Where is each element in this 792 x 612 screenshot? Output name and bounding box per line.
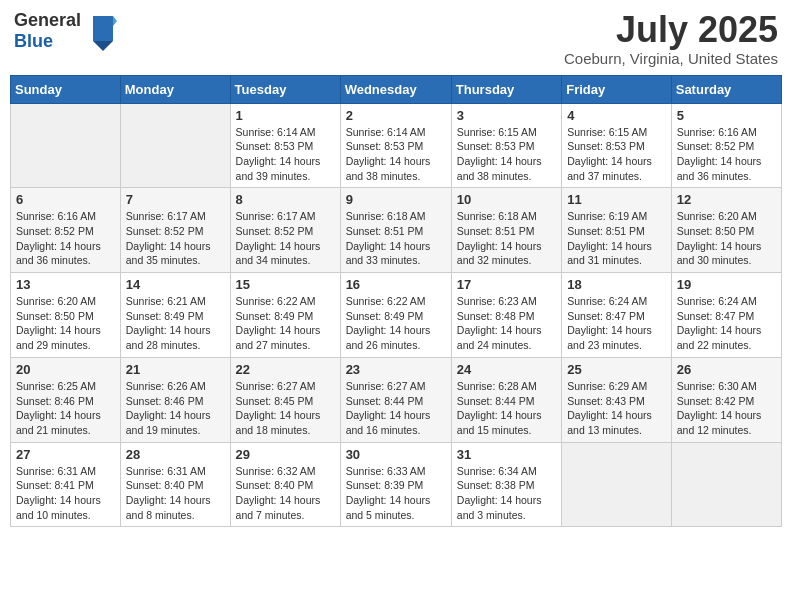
calendar-cell: 10Sunrise: 6:18 AMSunset: 8:51 PMDayligh… xyxy=(451,188,561,273)
cell-info: Sunrise: 6:15 AMSunset: 8:53 PMDaylight:… xyxy=(567,125,666,184)
day-number: 6 xyxy=(16,192,115,207)
calendar-week-row: 20Sunrise: 6:25 AMSunset: 8:46 PMDayligh… xyxy=(11,357,782,442)
calendar-cell: 20Sunrise: 6:25 AMSunset: 8:46 PMDayligh… xyxy=(11,357,121,442)
calendar-cell: 30Sunrise: 6:33 AMSunset: 8:39 PMDayligh… xyxy=(340,442,451,527)
day-number: 3 xyxy=(457,108,556,123)
logo-text: General Blue xyxy=(14,10,81,52)
day-number: 25 xyxy=(567,362,666,377)
day-number: 9 xyxy=(346,192,446,207)
cell-info: Sunrise: 6:34 AMSunset: 8:38 PMDaylight:… xyxy=(457,464,556,523)
weekday-header-row: SundayMondayTuesdayWednesdayThursdayFrid… xyxy=(11,75,782,103)
cell-info: Sunrise: 6:24 AMSunset: 8:47 PMDaylight:… xyxy=(677,294,776,353)
cell-info: Sunrise: 6:22 AMSunset: 8:49 PMDaylight:… xyxy=(346,294,446,353)
calendar-cell xyxy=(11,103,121,188)
weekday-header: Sunday xyxy=(11,75,121,103)
cell-info: Sunrise: 6:28 AMSunset: 8:44 PMDaylight:… xyxy=(457,379,556,438)
logo-icon xyxy=(85,11,117,51)
title-area: July 2025 Coeburn, Virginia, United Stat… xyxy=(564,10,778,67)
weekday-header: Saturday xyxy=(671,75,781,103)
day-number: 7 xyxy=(126,192,225,207)
day-number: 21 xyxy=(126,362,225,377)
cell-info: Sunrise: 6:15 AMSunset: 8:53 PMDaylight:… xyxy=(457,125,556,184)
calendar-cell: 3Sunrise: 6:15 AMSunset: 8:53 PMDaylight… xyxy=(451,103,561,188)
cell-info: Sunrise: 6:27 AMSunset: 8:45 PMDaylight:… xyxy=(236,379,335,438)
calendar-cell: 27Sunrise: 6:31 AMSunset: 8:41 PMDayligh… xyxy=(11,442,121,527)
calendar-cell: 12Sunrise: 6:20 AMSunset: 8:50 PMDayligh… xyxy=(671,188,781,273)
cell-info: Sunrise: 6:31 AMSunset: 8:41 PMDaylight:… xyxy=(16,464,115,523)
day-number: 8 xyxy=(236,192,335,207)
day-number: 31 xyxy=(457,447,556,462)
cell-info: Sunrise: 6:14 AMSunset: 8:53 PMDaylight:… xyxy=(346,125,446,184)
calendar-cell: 23Sunrise: 6:27 AMSunset: 8:44 PMDayligh… xyxy=(340,357,451,442)
cell-info: Sunrise: 6:16 AMSunset: 8:52 PMDaylight:… xyxy=(16,209,115,268)
day-number: 20 xyxy=(16,362,115,377)
day-number: 23 xyxy=(346,362,446,377)
day-number: 18 xyxy=(567,277,666,292)
calendar-table: SundayMondayTuesdayWednesdayThursdayFrid… xyxy=(10,75,782,528)
day-number: 11 xyxy=(567,192,666,207)
calendar-cell xyxy=(671,442,781,527)
cell-info: Sunrise: 6:33 AMSunset: 8:39 PMDaylight:… xyxy=(346,464,446,523)
svg-marker-2 xyxy=(113,16,117,26)
calendar-cell: 16Sunrise: 6:22 AMSunset: 8:49 PMDayligh… xyxy=(340,273,451,358)
cell-info: Sunrise: 6:22 AMSunset: 8:49 PMDaylight:… xyxy=(236,294,335,353)
calendar-cell: 29Sunrise: 6:32 AMSunset: 8:40 PMDayligh… xyxy=(230,442,340,527)
svg-marker-0 xyxy=(93,16,113,41)
location: Coeburn, Virginia, United States xyxy=(564,50,778,67)
calendar-cell: 7Sunrise: 6:17 AMSunset: 8:52 PMDaylight… xyxy=(120,188,230,273)
day-number: 12 xyxy=(677,192,776,207)
logo-general: General xyxy=(14,10,81,30)
calendar-cell xyxy=(120,103,230,188)
calendar-week-row: 1Sunrise: 6:14 AMSunset: 8:53 PMDaylight… xyxy=(11,103,782,188)
calendar-cell: 9Sunrise: 6:18 AMSunset: 8:51 PMDaylight… xyxy=(340,188,451,273)
day-number: 10 xyxy=(457,192,556,207)
cell-info: Sunrise: 6:23 AMSunset: 8:48 PMDaylight:… xyxy=(457,294,556,353)
calendar-cell: 24Sunrise: 6:28 AMSunset: 8:44 PMDayligh… xyxy=(451,357,561,442)
day-number: 19 xyxy=(677,277,776,292)
cell-info: Sunrise: 6:18 AMSunset: 8:51 PMDaylight:… xyxy=(457,209,556,268)
day-number: 28 xyxy=(126,447,225,462)
calendar-cell: 15Sunrise: 6:22 AMSunset: 8:49 PMDayligh… xyxy=(230,273,340,358)
day-number: 30 xyxy=(346,447,446,462)
cell-info: Sunrise: 6:20 AMSunset: 8:50 PMDaylight:… xyxy=(677,209,776,268)
day-number: 24 xyxy=(457,362,556,377)
cell-info: Sunrise: 6:20 AMSunset: 8:50 PMDaylight:… xyxy=(16,294,115,353)
logo: General Blue xyxy=(14,10,117,52)
day-number: 5 xyxy=(677,108,776,123)
weekday-header: Tuesday xyxy=(230,75,340,103)
weekday-header: Friday xyxy=(562,75,672,103)
cell-info: Sunrise: 6:18 AMSunset: 8:51 PMDaylight:… xyxy=(346,209,446,268)
month-title: July 2025 xyxy=(564,10,778,50)
day-number: 17 xyxy=(457,277,556,292)
calendar-cell: 25Sunrise: 6:29 AMSunset: 8:43 PMDayligh… xyxy=(562,357,672,442)
day-number: 15 xyxy=(236,277,335,292)
day-number: 22 xyxy=(236,362,335,377)
cell-info: Sunrise: 6:26 AMSunset: 8:46 PMDaylight:… xyxy=(126,379,225,438)
weekday-header: Thursday xyxy=(451,75,561,103)
calendar-cell: 22Sunrise: 6:27 AMSunset: 8:45 PMDayligh… xyxy=(230,357,340,442)
calendar-cell: 11Sunrise: 6:19 AMSunset: 8:51 PMDayligh… xyxy=(562,188,672,273)
calendar-cell: 6Sunrise: 6:16 AMSunset: 8:52 PMDaylight… xyxy=(11,188,121,273)
calendar-cell xyxy=(562,442,672,527)
calendar-cell: 8Sunrise: 6:17 AMSunset: 8:52 PMDaylight… xyxy=(230,188,340,273)
logo-blue: Blue xyxy=(14,31,53,51)
calendar-cell: 2Sunrise: 6:14 AMSunset: 8:53 PMDaylight… xyxy=(340,103,451,188)
page-header: General Blue July 2025 Coeburn, Virginia… xyxy=(10,10,782,67)
calendar-cell: 1Sunrise: 6:14 AMSunset: 8:53 PMDaylight… xyxy=(230,103,340,188)
cell-info: Sunrise: 6:17 AMSunset: 8:52 PMDaylight:… xyxy=(236,209,335,268)
day-number: 16 xyxy=(346,277,446,292)
day-number: 4 xyxy=(567,108,666,123)
cell-info: Sunrise: 6:19 AMSunset: 8:51 PMDaylight:… xyxy=(567,209,666,268)
calendar-cell: 19Sunrise: 6:24 AMSunset: 8:47 PMDayligh… xyxy=(671,273,781,358)
cell-info: Sunrise: 6:31 AMSunset: 8:40 PMDaylight:… xyxy=(126,464,225,523)
calendar-cell: 18Sunrise: 6:24 AMSunset: 8:47 PMDayligh… xyxy=(562,273,672,358)
day-number: 1 xyxy=(236,108,335,123)
calendar-cell: 5Sunrise: 6:16 AMSunset: 8:52 PMDaylight… xyxy=(671,103,781,188)
cell-info: Sunrise: 6:17 AMSunset: 8:52 PMDaylight:… xyxy=(126,209,225,268)
day-number: 26 xyxy=(677,362,776,377)
cell-info: Sunrise: 6:25 AMSunset: 8:46 PMDaylight:… xyxy=(16,379,115,438)
day-number: 29 xyxy=(236,447,335,462)
cell-info: Sunrise: 6:27 AMSunset: 8:44 PMDaylight:… xyxy=(346,379,446,438)
day-number: 13 xyxy=(16,277,115,292)
cell-info: Sunrise: 6:16 AMSunset: 8:52 PMDaylight:… xyxy=(677,125,776,184)
